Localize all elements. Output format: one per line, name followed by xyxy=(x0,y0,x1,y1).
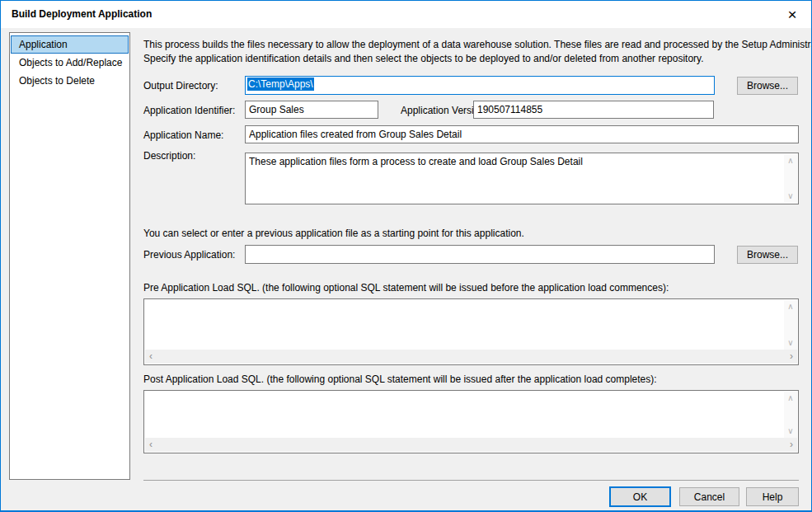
build-deployment-application-dialog: Build Deployment Application × Applicati… xyxy=(0,0,812,512)
post-sql-vertical-scrollbar[interactable]: ∧ ∨ xyxy=(784,392,797,438)
previous-application-browse-button[interactable]: Browse... xyxy=(737,246,798,264)
application-identifier-input[interactable] xyxy=(245,101,378,119)
post-sql-textarea[interactable]: ∧ ∨ ‹ › xyxy=(143,390,799,453)
scroll-up-icon[interactable]: ∧ xyxy=(784,155,797,167)
intro-line-1: This process builds the files necessary … xyxy=(143,39,812,50)
description-textarea[interactable]: These application files form a process t… xyxy=(245,153,799,204)
pre-sql-textarea[interactable]: ∧ ∨ ‹ › xyxy=(143,298,799,365)
post-sql-horizontal-scrollbar[interactable]: ‹ › xyxy=(145,438,797,452)
scroll-left-icon[interactable]: ‹ xyxy=(149,439,153,451)
window-title: Build Deployment Application xyxy=(12,8,152,20)
description-vertical-scrollbar[interactable]: ∧ ∨ xyxy=(784,154,797,203)
application-identifier-label: Application Identifier: xyxy=(143,105,235,116)
sidebar-item-objects-to-add-replace[interactable]: Objects to Add/Replace xyxy=(11,54,129,72)
page-list: Application Objects to Add/Replace Objec… xyxy=(9,32,130,480)
output-directory-input[interactable]: C:\Temp\Apps\ xyxy=(245,76,715,95)
scroll-left-icon[interactable]: ‹ xyxy=(149,350,153,363)
scroll-down-icon[interactable]: ∨ xyxy=(784,190,797,202)
application-name-input[interactable] xyxy=(245,125,799,143)
scroll-right-icon[interactable]: › xyxy=(790,439,793,451)
ok-button[interactable]: OK xyxy=(609,486,671,507)
previous-application-note: You can select or enter a previous appli… xyxy=(143,228,524,239)
scroll-up-icon[interactable]: ∧ xyxy=(784,392,797,404)
close-icon: × xyxy=(787,7,796,22)
close-button[interactable]: × xyxy=(780,2,805,26)
post-sql-label: Post Application Load SQL. (the followin… xyxy=(143,373,657,385)
pre-sql-horizontal-scrollbar[interactable]: ‹ › xyxy=(145,350,797,364)
pre-sql-vertical-scrollbar[interactable]: ∧ ∨ xyxy=(784,300,797,350)
help-button[interactable]: Help xyxy=(746,487,799,506)
previous-application-label: Previous Application: xyxy=(143,249,235,261)
application-version-input[interactable] xyxy=(473,101,714,119)
scroll-up-icon[interactable]: ∧ xyxy=(784,301,797,312)
pre-sql-label: Pre Application Load SQL. (the following… xyxy=(143,282,669,294)
footer-separator xyxy=(143,480,799,481)
cancel-button[interactable]: Cancel xyxy=(679,487,739,506)
scroll-down-icon[interactable]: ∨ xyxy=(784,425,797,437)
output-directory-label: Output Directory: xyxy=(143,80,218,92)
application-name-label: Application Name: xyxy=(143,129,223,141)
sidebar-item-application[interactable]: Application xyxy=(11,35,129,54)
output-directory-browse-button[interactable]: Browse... xyxy=(737,77,798,95)
scroll-down-icon[interactable]: ∨ xyxy=(784,337,797,349)
scroll-right-icon[interactable]: › xyxy=(790,350,793,363)
titlebar[interactable]: Build Deployment Application × xyxy=(1,1,811,28)
output-directory-selected-text: C:\Temp\Apps\ xyxy=(247,78,314,91)
description-text: These application files form a process t… xyxy=(249,156,781,168)
intro-line-2: Specify the application identification d… xyxy=(143,53,704,64)
previous-application-input[interactable] xyxy=(245,245,715,264)
description-label: Description: xyxy=(143,150,195,162)
sidebar-item-objects-to-delete[interactable]: Objects to Delete xyxy=(11,72,129,90)
